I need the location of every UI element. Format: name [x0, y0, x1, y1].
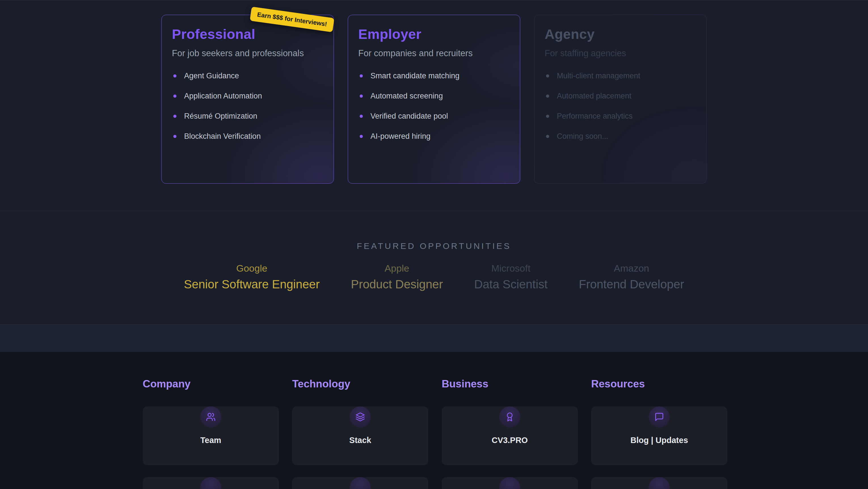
feature-item: AI-powered hiring: [358, 132, 510, 141]
feature-label: Agent Guidance: [184, 71, 239, 80]
feature-item: Automated screening: [358, 92, 510, 100]
footer-card-cv3pro[interactable]: CV3.PRO: [442, 406, 578, 465]
bullet-dot-icon: [360, 94, 363, 97]
job-company: Amazon: [579, 263, 684, 274]
footer-card-label: Team: [143, 436, 279, 445]
feature-item: Verified candidate pool: [358, 112, 510, 121]
feature-label: Multi-client management: [557, 71, 640, 80]
message-square-icon: [649, 406, 670, 427]
tier-title: Agency: [545, 26, 696, 42]
job-company: Google: [184, 263, 320, 274]
feature-label: Automated screening: [370, 92, 443, 100]
feature-label: Blockchain Verification: [184, 132, 261, 141]
footer-column-business: Business CV3.PRO: [442, 378, 578, 489]
tier-card-professional[interactable]: Professional For job seekers and profess…: [161, 15, 334, 183]
footer-column-heading: Technology: [292, 378, 428, 390]
footer-column-technology: Technology Stack: [292, 378, 428, 489]
bullet-dot-icon: [173, 74, 177, 78]
footer-card-cutoff[interactable]: [292, 477, 428, 489]
featured-heading: FEATURED OPPORTUNITIES: [0, 241, 868, 251]
bullet-dot-icon: [173, 94, 177, 97]
feature-item: Résumé Optimization: [172, 112, 323, 121]
bullet-dot-icon: [173, 115, 177, 118]
footer-card-label: CV3.PRO: [442, 436, 578, 445]
footer: Company Team Technology: [0, 352, 868, 489]
tier-title: Employer: [358, 26, 510, 42]
footer-card-blog-updates[interactable]: Blog | Updates: [591, 406, 727, 465]
layers-icon: [350, 406, 371, 427]
footer-card-label: Blog | Updates: [591, 436, 727, 445]
tier-subtitle: For staffing agencies: [545, 48, 696, 58]
tier-cards-row: Professional For job seekers and profess…: [0, 0, 868, 183]
job-item-amazon[interactable]: Amazon Frontend Developer: [579, 263, 684, 291]
feature-label: AI-powered hiring: [370, 132, 431, 141]
tier-title: Professional: [172, 26, 323, 42]
hidden-icon: [200, 477, 221, 489]
hidden-icon: [499, 477, 520, 489]
section-spacer: [0, 324, 868, 352]
pricing-tiers-section: Earn $$$ for Interviews! Professional Fo…: [0, 0, 868, 211]
footer-column-resources: Resources Blog | Updates: [591, 378, 727, 489]
feature-list: Agent Guidance Application Automation Ré…: [172, 71, 323, 141]
feature-label: Verified candidate pool: [370, 112, 448, 121]
hidden-icon: [649, 477, 670, 489]
tier-subtitle: For companies and recruiters: [358, 48, 510, 58]
footer-columns: Company Team Technology: [143, 378, 725, 489]
hidden-icon: [350, 477, 371, 489]
job-item-apple[interactable]: Apple Product Designer: [351, 263, 443, 291]
users-icon: [200, 406, 221, 427]
footer-card-team[interactable]: Team: [143, 406, 279, 465]
feature-item: Agent Guidance: [172, 71, 323, 80]
footer-column-heading: Business: [442, 378, 578, 390]
feature-list: Smart candidate matching Automated scree…: [358, 71, 510, 141]
footer-card-cutoff[interactable]: [143, 477, 279, 489]
bullet-dot-icon: [360, 115, 363, 118]
feature-item: Performance analytics: [545, 112, 696, 121]
footer-column-heading: Resources: [591, 378, 727, 390]
job-title: Data Scientist: [474, 278, 548, 291]
award-icon: [499, 406, 520, 427]
bullet-dot-icon: [546, 115, 549, 118]
job-item-microsoft[interactable]: Microsoft Data Scientist: [474, 263, 548, 291]
feature-item: Smart candidate matching: [358, 71, 510, 80]
job-item-google[interactable]: Google Senior Software Engineer: [184, 263, 320, 291]
feature-label: Application Automation: [184, 92, 262, 100]
tier-card-agency: Agency For staffing agencies Multi-clien…: [534, 15, 707, 183]
feature-label: Résumé Optimization: [184, 112, 257, 121]
feature-item: Multi-client management: [545, 71, 696, 80]
job-title: Product Designer: [351, 278, 443, 291]
feature-label: Coming soon...: [557, 132, 609, 141]
bullet-dot-icon: [360, 74, 363, 78]
bullet-dot-icon: [360, 135, 363, 138]
bullet-dot-icon: [546, 74, 549, 78]
feature-label: Automated placement: [557, 92, 631, 100]
feature-item: Application Automation: [172, 92, 323, 100]
footer-column-company: Company Team: [143, 378, 279, 489]
feature-list: Multi-client management Automated placem…: [545, 71, 696, 141]
job-company: Apple: [351, 263, 443, 274]
feature-item: Coming soon...: [545, 132, 696, 141]
feature-label: Performance analytics: [557, 112, 632, 121]
footer-card-label: Stack: [292, 436, 428, 445]
footer-card-cutoff[interactable]: [591, 477, 727, 489]
featured-opportunities-section: FEATURED OPPORTUNITIES Google Senior Sof…: [0, 211, 868, 324]
bullet-dot-icon: [546, 94, 549, 97]
feature-item: Automated placement: [545, 92, 696, 100]
tier-card-employer[interactable]: Employer For companies and recruiters Sm…: [348, 15, 520, 183]
job-company: Microsoft: [474, 263, 548, 274]
featured-jobs-row: Google Senior Software Engineer Apple Pr…: [0, 263, 868, 291]
footer-column-heading: Company: [143, 378, 279, 390]
feature-item: Blockchain Verification: [172, 132, 323, 141]
tier-subtitle: For job seekers and professionals: [172, 48, 323, 58]
job-title: Frontend Developer: [579, 278, 684, 291]
bullet-dot-icon: [173, 135, 177, 138]
bullet-dot-icon: [546, 135, 549, 138]
feature-label: Smart candidate matching: [370, 71, 460, 80]
page: Earn $$$ for Interviews! Professional Fo…: [0, 0, 868, 489]
footer-card-cutoff[interactable]: [442, 477, 578, 489]
footer-card-stack[interactable]: Stack: [292, 406, 428, 465]
job-title: Senior Software Engineer: [184, 278, 320, 291]
